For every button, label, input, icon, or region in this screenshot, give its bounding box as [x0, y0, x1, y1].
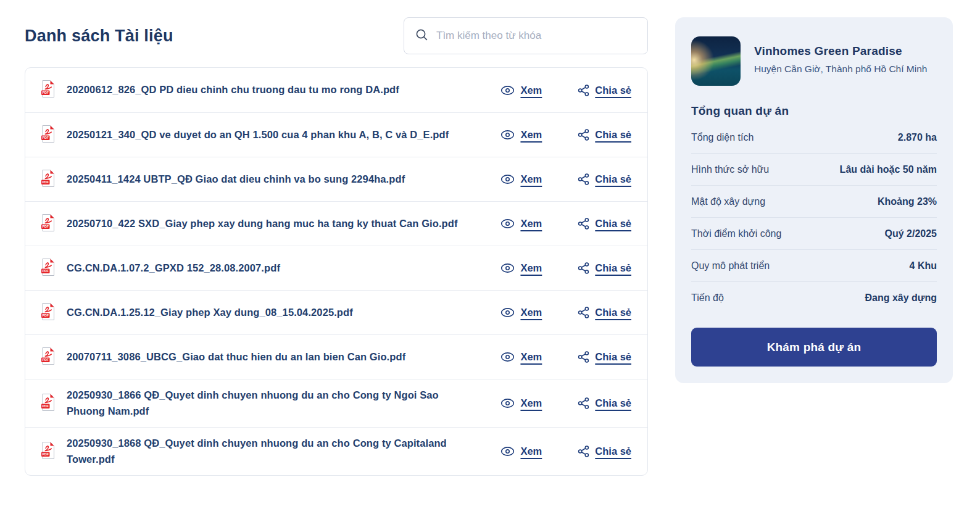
doc-name: 20250930_1868 QĐ_Quyet dinh chuyen nhuon… [67, 436, 464, 467]
view-label: Xem [520, 129, 542, 141]
view-link[interactable]: Xem [500, 262, 542, 274]
eye-icon [500, 398, 515, 408]
view-label: Xem [520, 351, 542, 363]
document-row: PDF 20250411_1424 UBTP_QĐ Giao dat dieu … [25, 157, 647, 201]
detail-label: Hình thức sở hữu [691, 164, 769, 175]
share-link[interactable]: Chia sẻ [578, 397, 631, 410]
project-details: Tổng diện tích 2.870 ha Hình thức sở hữu… [691, 122, 937, 313]
share-link[interactable]: Chia sẻ [578, 173, 631, 186]
pdf-file-icon: PDF [41, 258, 56, 279]
project-location: Huyện Cần Giờ, Thành phố Hồ Chí Minh [754, 64, 927, 75]
view-label: Xem [520, 262, 542, 274]
view-link[interactable]: Xem [500, 397, 542, 409]
search-box[interactable] [404, 17, 648, 54]
project-header: Vinhomes Green Paradise Huyện Cần Giờ, T… [691, 36, 937, 86]
view-link[interactable]: Xem [500, 446, 542, 457]
document-row: PDF 20070711_3086_UBCG_Giao dat thuc hie… [25, 334, 647, 379]
share-label: Chia sẻ [595, 85, 631, 96]
project-card: Vinhomes Green Paradise Huyện Cần Giờ, T… [675, 17, 953, 383]
search-icon [415, 28, 428, 44]
detail-value: 4 Khu [910, 260, 937, 272]
doc-actions: Xem Chia sẻ [500, 350, 633, 363]
svg-text:PDF: PDF [43, 404, 49, 408]
detail-value: Khoảng 23% [878, 196, 937, 207]
view-link[interactable]: Xem [500, 307, 542, 318]
share-nodes-icon [578, 84, 589, 97]
share-link[interactable]: Chia sẻ [578, 128, 631, 141]
share-link[interactable]: Chia sẻ [578, 84, 631, 97]
svg-text:PDF: PDF [43, 225, 49, 228]
page-title: Danh sách Tài liệu [25, 27, 173, 46]
svg-text:PDF: PDF [43, 313, 49, 317]
doc-name: 20070711_3086_UBCG_Giao dat thuc hien du… [67, 349, 464, 365]
document-row: PDF 20200612_826_QD PD dieu chinh chu tr… [25, 68, 647, 112]
view-link[interactable]: Xem [500, 173, 542, 185]
svg-text:PDF: PDF [43, 358, 49, 362]
project-detail-row: Tổng diện tích 2.870 ha [691, 122, 937, 153]
detail-label: Thời điểm khởi công [691, 228, 781, 239]
share-link[interactable]: Chia sẻ [578, 262, 631, 275]
doc-actions: Xem Chia sẻ [500, 84, 633, 97]
eye-icon [500, 174, 515, 184]
share-link[interactable]: Chia sẻ [578, 350, 631, 363]
pdf-file-icon: PDF [41, 80, 56, 101]
view-label: Xem [520, 397, 542, 409]
svg-text:PDF: PDF [43, 452, 49, 456]
detail-value: 2.870 ha [898, 132, 937, 143]
share-link[interactable]: Chia sẻ [578, 217, 631, 230]
pdf-file-icon: PDF [41, 393, 56, 414]
view-label: Xem [520, 307, 542, 318]
doc-name: 20200612_826_QD PD dieu chinh chu truong… [67, 82, 464, 98]
doc-name: 20250121_340_QD ve duyet do an QH 1.500 … [67, 127, 464, 143]
svg-text:PDF: PDF [43, 91, 49, 94]
detail-label: Mật độ xây dựng [691, 196, 765, 207]
detail-value: Đang xây dựng [865, 292, 937, 304]
view-link[interactable]: Xem [500, 218, 542, 230]
share-nodes-icon [578, 217, 589, 230]
doc-actions: Xem Chia sẻ [500, 217, 633, 230]
search-input[interactable] [436, 30, 636, 42]
project-overview-heading: Tổng quan dự án [691, 104, 937, 118]
project-detail-row: Tiến độ Đang xây dựng [691, 281, 937, 313]
doc-name: CG.CN.DA.1.25.12_Giay phep Xay dung_08_1… [67, 305, 464, 321]
view-link[interactable]: Xem [500, 129, 542, 141]
detail-value: Quý 2/2025 [885, 228, 937, 239]
svg-text:PDF: PDF [43, 180, 49, 184]
document-row: PDF CG.CN.DA.1.25.12_Giay phep Xay dung_… [25, 290, 647, 334]
doc-actions: Xem Chia sẻ [500, 397, 633, 410]
share-label: Chia sẻ [595, 262, 631, 274]
share-nodes-icon [578, 397, 589, 410]
eye-icon [500, 85, 515, 96]
doc-name: CG.CN.DA.1.07.2_GPXD 152_28.08.2007.pdf [67, 260, 464, 276]
share-link[interactable]: Chia sẻ [578, 445, 631, 458]
document-row: PDF 20250930_1868 QĐ_Quyet dinh chuyen n… [25, 427, 647, 475]
project-detail-row: Thời điểm khởi công Quý 2/2025 [691, 217, 937, 249]
pdf-file-icon: PDF [41, 213, 56, 234]
share-label: Chia sẻ [595, 218, 631, 230]
doc-actions: Xem Chia sẻ [500, 128, 633, 141]
eye-icon [500, 130, 515, 140]
share-nodes-icon [578, 262, 589, 275]
view-label: Xem [520, 173, 542, 185]
document-row: PDF 20250121_340_QD ve duyet do an QH 1.… [25, 112, 647, 157]
eye-icon [500, 446, 515, 457]
view-link[interactable]: Xem [500, 85, 542, 96]
doc-name: 20250411_1424 UBTP_QĐ Giao dat dieu chin… [67, 172, 464, 188]
doc-name: 20250930_1866 QĐ_Quyet dinh chuyen nhuon… [67, 388, 464, 419]
project-title: Vinhomes Green Paradise [754, 44, 927, 58]
pdf-file-icon: PDF [41, 169, 56, 190]
explore-project-button[interactable]: Khám phá dự án [691, 328, 937, 367]
doc-actions: Xem Chia sẻ [500, 262, 633, 275]
share-label: Chia sẻ [595, 173, 631, 185]
doc-name: 20250710_422 SXD_Giay phep xay dung hang… [67, 216, 464, 232]
detail-label: Quy mô phát triển [691, 260, 770, 272]
share-label: Chia sẻ [595, 129, 631, 141]
page: Danh sách Tài liệu PDF 2 [0, 0, 980, 500]
share-nodes-icon [578, 306, 589, 319]
svg-text:PDF: PDF [43, 269, 49, 273]
share-link[interactable]: Chia sẻ [578, 306, 631, 319]
project-detail-row: Mật độ xây dựng Khoảng 23% [691, 185, 937, 217]
view-link[interactable]: Xem [500, 351, 542, 363]
project-detail-row: Quy mô phát triển 4 Khu [691, 249, 937, 281]
pdf-file-icon: PDF [41, 125, 56, 146]
